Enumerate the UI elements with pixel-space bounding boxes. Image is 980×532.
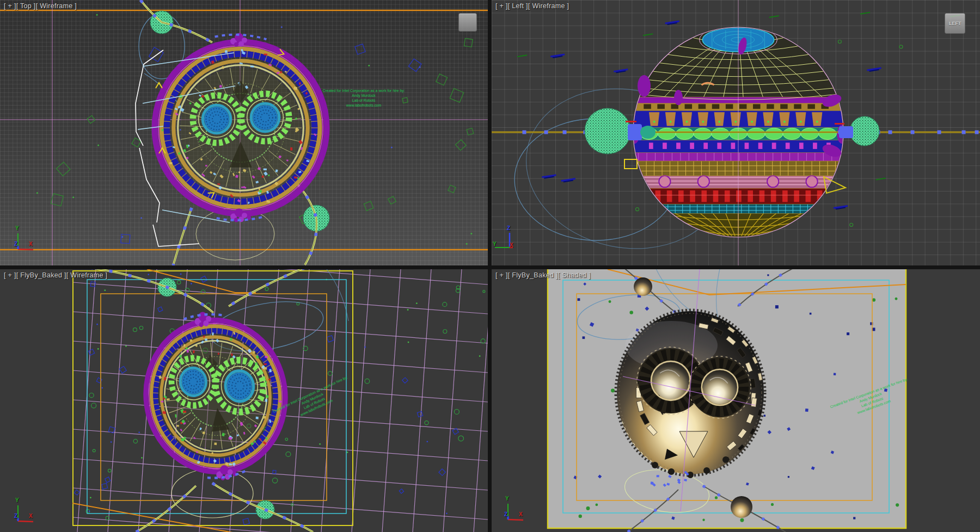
axis-y-label: Y	[15, 497, 19, 503]
viewport-shading-menu[interactable]: [ Wireframe ]	[36, 2, 77, 10]
viewport-canvas-flyby-wire	[0, 269, 488, 532]
green-path-sphere[interactable]	[850, 116, 879, 146]
viewport-shading-menu[interactable]: [ Shaded ]	[558, 271, 591, 279]
axis-z-label: Z	[14, 241, 17, 247]
viewport-pov-menu[interactable]: [ Top ]	[16, 2, 36, 10]
viewport-flyby-wireframe[interactable]: [ + ][ FlyBy_Baked ][ Wireframe ] Create…	[0, 269, 488, 532]
axis-x-label: X	[29, 513, 33, 519]
ornament-ball[interactable]	[134, 302, 296, 489]
viewport-menu-icon[interactable]: [ + ]	[4, 2, 16, 10]
viewport-shading-menu[interactable]: [ Wireframe ]	[528, 2, 569, 10]
viewport-label-top: [ + ][ Top ][ Wireframe ]	[4, 2, 77, 10]
axis-z-label: Z	[507, 225, 510, 231]
axis-x-label: X	[29, 241, 33, 247]
axis-z-label: Z	[14, 513, 17, 519]
shaded-path-sphere[interactable]	[731, 496, 752, 518]
viewport-canvas-left	[492, 0, 980, 265]
watermark-text: Created for Intel Corporation as a work …	[317, 88, 410, 108]
viewport-menu-icon[interactable]: [ + ]	[495, 271, 508, 279]
viewport-left[interactable]: [ + ][ Left ][ Wireframe ] LEFT Z Y X	[492, 0, 980, 265]
axis-y-label: Y	[15, 225, 19, 231]
viewport-menu-icon[interactable]: [ + ]	[4, 271, 16, 279]
viewport-canvas-flyby-shaded	[492, 269, 980, 532]
axis-x-label: X	[519, 511, 523, 517]
viewport-grid: [ + ][ Top ][ Wireframe ] Created for In…	[0, 0, 980, 532]
viewport-label-flyby-wire: [ + ][ FlyBy_Baked ][ Wireframe ]	[4, 271, 107, 279]
shaded-path-sphere[interactable]	[634, 277, 652, 296]
viewport-top[interactable]: [ + ][ Top ][ Wireframe ] Created for In…	[0, 0, 488, 265]
axis-z-label: Z	[504, 511, 507, 517]
viewport-shading-menu[interactable]: [ Wireframe ]	[66, 271, 107, 279]
viewcube-left[interactable]: LEFT	[945, 13, 965, 34]
viewport-pov-menu[interactable]: [ FlyBy_Baked ]	[508, 271, 558, 279]
viewport-pov-menu[interactable]: [ FlyBy_Baked ]	[16, 271, 66, 279]
viewport-menu-icon[interactable]: [ + ]	[495, 2, 508, 10]
axis-y-label: Y	[505, 496, 509, 502]
viewcube-top[interactable]	[458, 13, 477, 32]
axis-x-label: X	[510, 242, 513, 248]
viewcube-face-label[interactable]: LEFT	[949, 21, 961, 26]
viewport-pov-menu[interactable]: [ Left ]	[508, 2, 528, 10]
green-path-sphere[interactable]	[585, 108, 630, 154]
viewport-label-flyby-shaded: [ + ][ FlyBy_Baked ][ Shaded ]	[495, 271, 591, 279]
viewport-flyby-shaded[interactable]: [ + ][ FlyBy_Baked ][ Shaded ] Created f…	[492, 269, 980, 532]
viewport-label-left: [ + ][ Left ][ Wireframe ]	[495, 2, 569, 10]
viewport-canvas-top	[0, 0, 488, 265]
axis-y-label: Y	[493, 241, 497, 247]
